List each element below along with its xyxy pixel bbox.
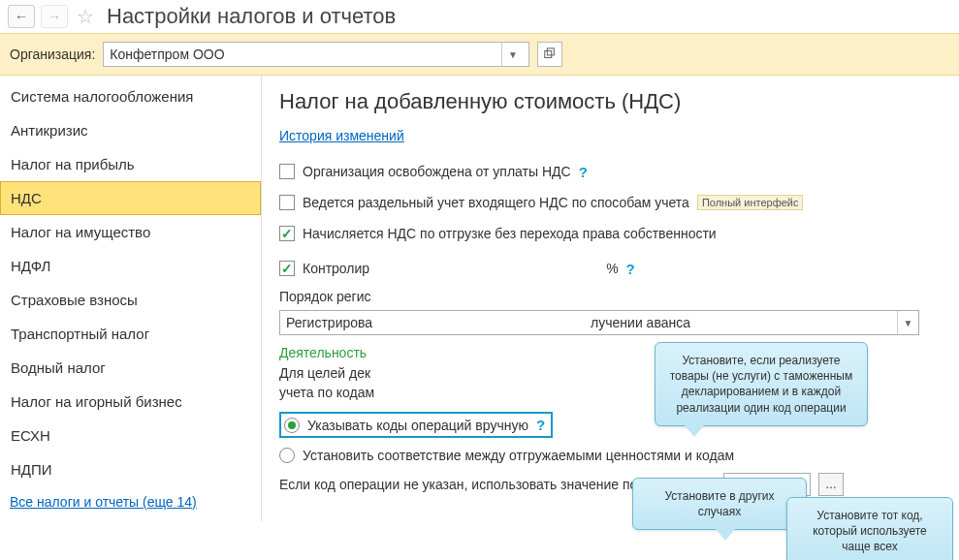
percent-label: % [606,261,618,276]
full-interface-badge: Полный интерфейс [697,195,804,210]
sidebar-item-transport-tax[interactable]: Транспортный налог [0,317,261,351]
svg-rect-1 [548,48,555,55]
sidebar-item-tax-system[interactable]: Система налогообложения [0,79,261,113]
registration-order-value-prefix: Регистрирова [286,315,372,330]
radio-map-codes[interactable] [279,448,295,463]
radio-manual-codes[interactable] [284,418,300,433]
radio-map-label: Установить соответствие между отгружаемы… [303,448,734,463]
organization-bar: Организация: Конфетпром ООО ▼ [0,33,959,76]
sidebar-item-water-tax[interactable]: Водный налог [0,351,261,385]
favorite-star-icon[interactable]: ☆ [74,5,97,28]
page-title: Настройки налогов и отчетов [107,4,396,29]
sidebar-item-vat[interactable]: НДС [0,181,261,215]
main-panel: Налог на добавленную стоимость (НДС) Ист… [262,76,959,521]
topbar: ← → ☆ Настройки налогов и отчетов [0,0,959,33]
callout-other-cases: Установите в других случаях [632,478,807,530]
checkbox-split-label: Ведется раздельный учет входящего НДС по… [303,195,689,210]
callout-default-code: Установите тот код, который используете … [786,497,953,560]
default-code-browse-button[interactable]: … [818,473,844,496]
sidebar-item-anticrisis[interactable]: Антикризис [0,113,261,147]
organization-value: Конфетпром ООО [110,47,501,62]
checkbox-ship-vat[interactable] [279,226,295,241]
checkbox-control[interactable] [279,261,295,276]
sidebar-item-profit-tax[interactable]: Налог на прибыль [0,147,261,181]
sidebar-item-property-tax[interactable]: Налог на имущество [0,215,261,249]
history-link[interactable]: История изменений [279,128,404,143]
registration-order-select[interactable]: Регистрирова лучении аванса ▼ [279,310,919,335]
checkbox-exempt[interactable] [279,164,295,179]
checkbox-split-accounting[interactable] [279,195,295,210]
organization-label: Организация: [10,47,95,62]
sidebar-item-eshn[interactable]: ЕСХН [0,419,261,452]
sidebar-item-ndfl[interactable]: НДФЛ [0,249,261,283]
organization-open-button[interactable] [537,42,562,67]
checkbox-control-label: Контролир [303,261,369,276]
nav-back-button[interactable]: ← [8,5,35,28]
svg-rect-0 [545,51,552,58]
checkbox-exempt-label: Организация освобождена от уплаты НДС [303,164,571,179]
sidebar: Система налогообложения Антикризис Налог… [0,76,262,521]
checkbox-ship-label: Начисляется НДС по отгрузке без перехода… [303,226,717,241]
registration-order-value-suffix: лучении аванса [591,315,690,330]
help-icon[interactable]: ? [579,164,588,180]
sidebar-item-insurance[interactable]: Страховые взносы [0,283,261,317]
help-icon[interactable]: ? [536,417,545,433]
nav-forward-button[interactable]: → [41,5,68,28]
callout-manual-codes: Установите, если реализуете товары (не у… [655,342,868,426]
sidebar-item-ndpi[interactable]: НДПИ [0,452,261,486]
main-title: Налог на добавленную стоимость (НДС) [279,89,942,114]
registration-order-label: Порядок регис [279,289,942,304]
radio-manual-label: Указывать коды операций вручную [307,418,528,433]
dropdown-caret-icon[interactable]: ▼ [501,43,523,66]
manual-codes-highlight: Указывать коды операций вручную ? [279,412,553,438]
sidebar-item-gambling-tax[interactable]: Налог на игорный бизнес [0,385,261,419]
sidebar-all-taxes-link[interactable]: Все налоги и отчеты (еще 14) [0,486,261,517]
organization-select[interactable]: Конфетпром ООО ▼ [103,42,529,67]
dropdown-caret-icon[interactable]: ▼ [897,311,918,334]
help-icon[interactable]: ? [626,261,635,277]
